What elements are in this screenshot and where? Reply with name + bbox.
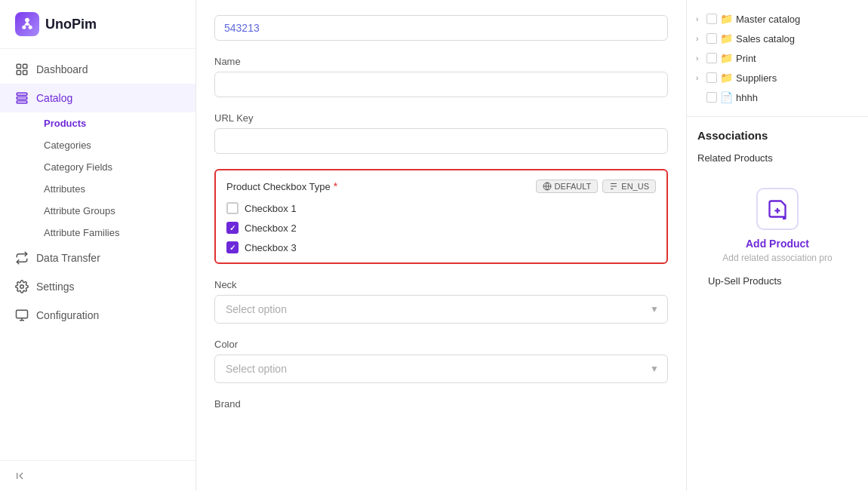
neck-field: Neck Select option ▼ [214, 279, 668, 324]
associations-section: Associations Related Products Add Produc… [687, 117, 868, 299]
add-product-subtitle: Add related association pro [722, 253, 832, 263]
brand-label: Brand [214, 398, 668, 410]
configuration-label: Configuration [36, 309, 99, 321]
svg-rect-3 [23, 64, 27, 68]
settings-icon [15, 280, 29, 293]
nav-item-settings[interactable]: Settings [0, 272, 195, 301]
print-label: Print [736, 53, 756, 64]
file-hhhh-icon: 📄 [720, 91, 733, 103]
subnav-products[interactable]: Products [36, 112, 195, 134]
master-checkbox[interactable] [706, 14, 717, 24]
checkbox-option-1[interactable]: Checkbox 1 [226, 202, 656, 214]
nav-item-dashboard[interactable]: Dashboard [0, 55, 195, 84]
svg-rect-2 [17, 64, 20, 68]
checkbox-2-box[interactable] [226, 222, 239, 234]
en-us-badge: EN_US [602, 180, 656, 193]
hhhh-checkbox[interactable] [706, 92, 717, 103]
catalog-icon [15, 91, 29, 105]
neck-select[interactable]: Select option [214, 295, 668, 324]
config-icon [15, 308, 29, 322]
sales-checkbox[interactable] [706, 33, 717, 44]
collapse-button[interactable] [15, 470, 180, 482]
data-transfer-label: Data Transfer [36, 252, 100, 264]
nav-item-catalog[interactable]: Catalog [0, 84, 195, 112]
folder-sales-icon: 📁 [720, 32, 733, 44]
tree-item-print[interactable]: › 📁 Print [687, 48, 868, 68]
color-label: Color [214, 339, 668, 350]
settings-label: Settings [36, 281, 75, 293]
tree-item-sales[interactable]: › 📁 Sales catalog [687, 29, 868, 48]
nav-item-configuration[interactable]: Configuration [0, 301, 195, 330]
logo-area: UnoPim [0, 0, 195, 49]
related-products-label: Related Products [697, 152, 857, 164]
tree-item-master[interactable]: › 📁 Master catalog [687, 9, 868, 29]
checkbox-1-label: Checkbox 1 [245, 203, 297, 214]
neck-label: Neck [214, 279, 668, 290]
en-us-badge-text: EN_US [621, 182, 649, 191]
name-field: Name [214, 56, 668, 97]
subnav-categories[interactable]: Categories [36, 134, 195, 156]
checkbox-type-header: Product Checkbox Type * DEFAULT E [226, 180, 656, 193]
folder-print-icon: 📁 [720, 52, 733, 64]
svg-point-0 [22, 26, 26, 29]
main-content: 543213 Name URL Key Product Checkbox Typ… [196, 0, 868, 491]
dashboard-icon [15, 63, 29, 76]
locale-badges: DEFAULT EN_US [536, 180, 656, 193]
color-select-wrapper: Select option ▼ [214, 354, 668, 383]
checkbox-type-section: Product Checkbox Type * DEFAULT E [214, 169, 668, 264]
name-input[interactable] [214, 72, 668, 97]
suppliers-label: Suppliers [736, 72, 777, 84]
sidebar: UnoPim Dashboard Catalog Prod [0, 0, 196, 491]
suppliers-checkbox[interactable] [706, 72, 717, 83]
required-star: * [334, 180, 337, 192]
checkbox-3-box[interactable] [226, 241, 239, 253]
tree-item-suppliers[interactable]: › 📁 Suppliers [687, 68, 868, 87]
folder-suppliers-icon: 📁 [720, 72, 733, 84]
sales-label: Sales catalog [736, 33, 795, 44]
svg-rect-5 [23, 71, 27, 75]
default-badge-text: DEFAULT [555, 182, 592, 191]
checkbox-option-2[interactable]: Checkbox 2 [226, 222, 656, 234]
catalog-subnav: Products Categories Category Fields Attr… [0, 112, 195, 244]
checkbox-2-label: Checkbox 2 [245, 222, 297, 234]
color-select[interactable]: Select option [214, 354, 668, 383]
url-key-field: URL Key [214, 112, 668, 154]
brand-field: Brand [214, 398, 668, 410]
subnav-category-fields[interactable]: Category Fields [36, 156, 195, 178]
svg-rect-10 [17, 310, 28, 318]
svg-rect-4 [17, 71, 20, 75]
upsell-label: Up-Sell Products [697, 275, 857, 287]
name-label: Name [214, 56, 668, 67]
subnav-attributes[interactable]: Attributes [36, 178, 195, 200]
catalog-tree: › 📁 Master catalog › 📁 Sales catalog › 📁… [687, 0, 868, 117]
print-chevron-icon: › [696, 54, 703, 63]
sku-value: 543213 [214, 15, 668, 41]
url-key-input[interactable] [214, 128, 668, 154]
subnav-attribute-families[interactable]: Attribute Families [36, 222, 195, 244]
checkbox-3-label: Checkbox 3 [245, 242, 297, 253]
checkbox-1-box[interactable] [226, 202, 239, 214]
logo-text: UnoPim [45, 17, 97, 32]
svg-rect-6 [17, 93, 27, 95]
main-nav: Dashboard Catalog Products Categories Ca… [0, 49, 195, 336]
tree-item-hhhh[interactable]: › 📄 hhhh [687, 87, 868, 107]
catalog-label: Catalog [36, 92, 72, 104]
suppliers-chevron-icon: › [696, 74, 703, 82]
svg-point-9 [20, 285, 24, 289]
default-badge: DEFAULT [536, 180, 599, 193]
sidebar-bottom [0, 460, 195, 491]
print-checkbox[interactable] [706, 53, 717, 63]
right-panel: › 📁 Master catalog › 📁 Sales catalog › 📁… [687, 0, 868, 491]
color-field: Color Select option ▼ [214, 339, 668, 383]
subnav-attribute-groups[interactable]: Attribute Groups [36, 200, 195, 222]
hhhh-label: hhhh [736, 92, 758, 103]
nav-item-data-transfer[interactable]: Data Transfer [0, 244, 195, 272]
neck-placeholder: Select option [226, 303, 287, 315]
checkbox-option-3[interactable]: Checkbox 3 [226, 241, 656, 253]
checkbox-type-label: Product Checkbox Type [226, 181, 331, 192]
checkbox-type-label-wrap: Product Checkbox Type * [226, 180, 337, 192]
add-product-button[interactable] [756, 188, 799, 230]
add-product-area: Add Product Add related association pro [697, 176, 857, 275]
logo-icon [15, 12, 39, 36]
associations-title: Associations [697, 129, 857, 142]
